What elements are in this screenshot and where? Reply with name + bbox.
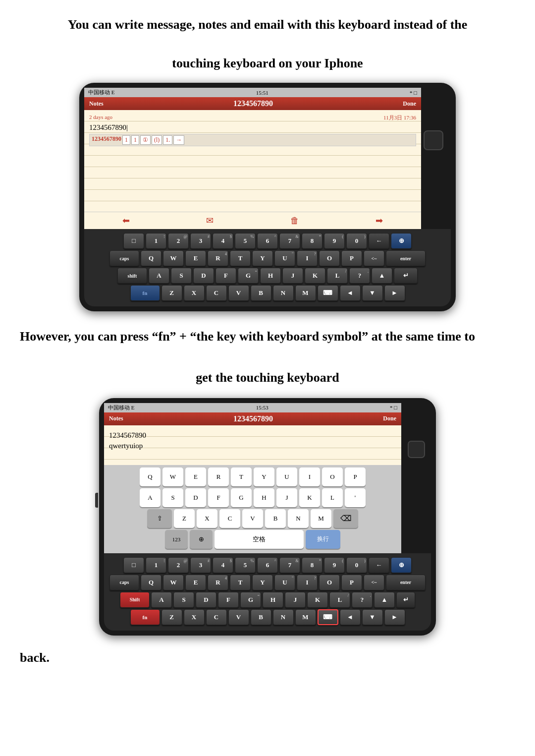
osk-s[interactable]: S bbox=[162, 488, 183, 507]
osk-shift[interactable]: ⇧ bbox=[147, 509, 172, 528]
kb2-key-2[interactable]: @2 bbox=[168, 557, 189, 573]
osk-d[interactable]: D bbox=[185, 488, 206, 507]
kb2-b[interactable]: B bbox=[251, 609, 271, 625]
osk-i[interactable]: I bbox=[299, 467, 320, 486]
kb2-caps[interactable]: caps bbox=[109, 575, 139, 590]
kb1-v[interactable]: V bbox=[228, 285, 249, 301]
kb2-k[interactable]: K bbox=[307, 592, 328, 608]
kb1-right[interactable]: ► bbox=[384, 285, 405, 301]
kb1-d[interactable]: D bbox=[193, 268, 214, 284]
osk-a[interactable]: A bbox=[140, 488, 160, 507]
kb2-q[interactable]: Q bbox=[141, 575, 161, 590]
kb2-key-0[interactable]: )0 bbox=[346, 557, 367, 573]
kb2-j[interactable]: J bbox=[285, 592, 306, 608]
osk-j[interactable]: J bbox=[276, 488, 297, 507]
osk-f[interactable]: F bbox=[208, 488, 229, 507]
kb2-backspace[interactable]: ← bbox=[369, 557, 389, 573]
kb1-key-3[interactable]: #3 bbox=[190, 233, 211, 249]
osk-u[interactable]: U bbox=[276, 467, 297, 486]
kb2-u[interactable]: "U bbox=[274, 575, 295, 590]
kb1-key-0[interactable]: )0 bbox=[346, 233, 367, 249]
kb2-o[interactable]: O bbox=[319, 575, 340, 590]
kb1-i[interactable]: ?I bbox=[297, 250, 318, 266]
kb1-caps[interactable]: caps bbox=[109, 250, 139, 266]
kb1-u[interactable]: "U bbox=[274, 250, 295, 266]
kb1-f[interactable]: F bbox=[215, 268, 236, 284]
kb2-enter[interactable]: enter bbox=[386, 575, 426, 590]
kb1-key-9[interactable]: (9 bbox=[324, 233, 345, 249]
kb1-shift[interactable]: shift bbox=[117, 268, 147, 284]
kb2-return[interactable]: ↵ bbox=[396, 592, 415, 608]
kb1-key-5[interactable]: %5 bbox=[235, 233, 256, 249]
kb2-z[interactable]: Z bbox=[161, 609, 182, 625]
osk-z[interactable]: Z bbox=[174, 509, 195, 528]
kb2-key-8[interactable]: *8 bbox=[302, 557, 322, 573]
kb2-i[interactable]: ?I bbox=[297, 575, 318, 590]
kb1-c[interactable]: C bbox=[206, 285, 227, 301]
kb2-shift[interactable]: Shift bbox=[120, 592, 150, 608]
osk-c[interactable]: C bbox=[219, 509, 240, 528]
kb1-down[interactable]: ▼ bbox=[362, 285, 383, 301]
kb1-y[interactable]: Y bbox=[252, 250, 273, 266]
kb2-globe[interactable]: ⊕ bbox=[391, 557, 412, 573]
kb1-key-1[interactable]: !1 bbox=[146, 233, 166, 249]
osk-apos[interactable]: ' bbox=[345, 488, 366, 507]
kb2-key-7[interactable]: &7 bbox=[279, 557, 300, 573]
kb1-key-8[interactable]: *8 bbox=[302, 233, 322, 249]
kb2-w[interactable]: W bbox=[163, 575, 184, 590]
kb1-k[interactable]: K bbox=[305, 268, 325, 284]
kb1-z[interactable]: Z bbox=[161, 285, 182, 301]
kb2-d[interactable]: D bbox=[196, 592, 216, 608]
kb1-x[interactable]: X bbox=[184, 285, 205, 301]
kb1-m[interactable]: M bbox=[295, 285, 316, 301]
kb2-key-3[interactable]: #3 bbox=[190, 557, 211, 573]
kb2-bracket[interactable]: <~ bbox=[364, 575, 384, 590]
osk-v[interactable]: V bbox=[242, 509, 263, 528]
kb1-o[interactable]: O bbox=[319, 250, 340, 266]
osk-t[interactable]: T bbox=[231, 467, 252, 486]
kb2-v[interactable]: V bbox=[228, 609, 249, 625]
osk-l[interactable]: L bbox=[322, 488, 343, 507]
kb1-return[interactable]: ↵ bbox=[394, 268, 418, 284]
kb2-m[interactable]: M bbox=[295, 609, 316, 625]
kb2-y[interactable]: Y bbox=[252, 575, 273, 590]
kb2-f[interactable]: F bbox=[218, 592, 239, 608]
kb1-enter[interactable]: enter bbox=[386, 250, 426, 266]
kb2-l[interactable]: /L bbox=[329, 592, 350, 608]
home-button-2[interactable] bbox=[408, 441, 425, 458]
kb2-key-9[interactable]: (9 bbox=[324, 557, 345, 573]
osk-m[interactable]: M bbox=[311, 509, 331, 528]
osk-y[interactable]: Y bbox=[254, 467, 274, 486]
kb1-r[interactable]: 4R bbox=[208, 250, 228, 266]
kb2-key-5[interactable]: %5 bbox=[235, 557, 256, 573]
osk-q[interactable]: Q bbox=[140, 467, 160, 486]
osk-backspace[interactable]: ⌫ bbox=[333, 509, 358, 528]
kb2-down[interactable]: ▼ bbox=[362, 609, 383, 625]
osk-k[interactable]: K bbox=[299, 488, 320, 507]
kb1-globe[interactable]: ⊕ bbox=[391, 233, 412, 249]
kb1-key-sq[interactable]: □ bbox=[123, 233, 144, 249]
kb2-keyboard-icon[interactable]: ⌨ bbox=[318, 609, 338, 625]
kb1-w[interactable]: W bbox=[163, 250, 184, 266]
kb1-fn[interactable]: fn bbox=[130, 285, 160, 301]
kb1-p[interactable]: P bbox=[341, 250, 362, 266]
kb1-bracket[interactable]: <~ bbox=[364, 250, 384, 266]
kb2-r[interactable]: 4R bbox=[208, 575, 228, 590]
kb2-n[interactable]: N bbox=[273, 609, 294, 625]
kb2-s[interactable]: S bbox=[173, 592, 194, 608]
kb1-t[interactable]: T bbox=[230, 250, 251, 266]
kb1-j[interactable]: J bbox=[282, 268, 303, 284]
kb2-up[interactable]: ▲ bbox=[374, 592, 395, 608]
kb1-keyboard-icon[interactable]: ⌨ bbox=[318, 285, 338, 301]
kb1-key-2[interactable]: @2 bbox=[168, 233, 189, 249]
osk-b[interactable]: B bbox=[265, 509, 286, 528]
kb2-g[interactable]: =G bbox=[240, 592, 261, 608]
osk-globe[interactable]: ⊕ bbox=[190, 530, 213, 549]
osk-enter[interactable]: 换行 bbox=[306, 530, 340, 549]
kb1-up[interactable]: ▲ bbox=[372, 268, 392, 284]
kb1-q[interactable]: Q bbox=[141, 250, 161, 266]
kb2-a[interactable]: A bbox=[151, 592, 172, 608]
kb2-question[interactable]: .? bbox=[352, 592, 373, 608]
kb2-key-6[interactable]: ^6 bbox=[257, 557, 278, 573]
kb1-left[interactable]: ◄ bbox=[340, 285, 361, 301]
